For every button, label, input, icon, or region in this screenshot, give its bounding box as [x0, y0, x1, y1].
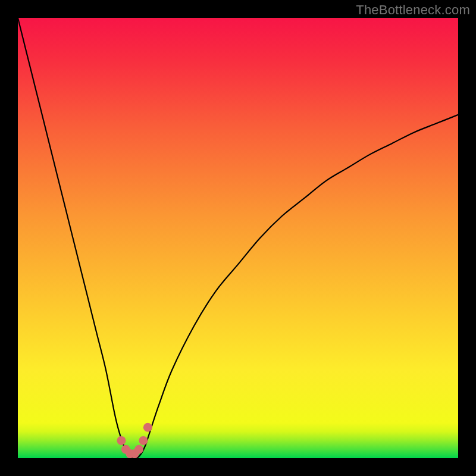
- chart-container: TheBottleneck.com: [0, 0, 476, 476]
- marker-dot: [139, 436, 148, 445]
- marker-dot: [134, 445, 143, 454]
- watermark-text: TheBottleneck.com: [356, 2, 470, 18]
- curve-layer: [18, 18, 458, 458]
- bottleneck-curve: [18, 18, 458, 458]
- marker-dots: [117, 423, 152, 458]
- marker-dot: [143, 423, 152, 432]
- plot-area: [18, 18, 458, 458]
- marker-dot: [117, 436, 126, 445]
